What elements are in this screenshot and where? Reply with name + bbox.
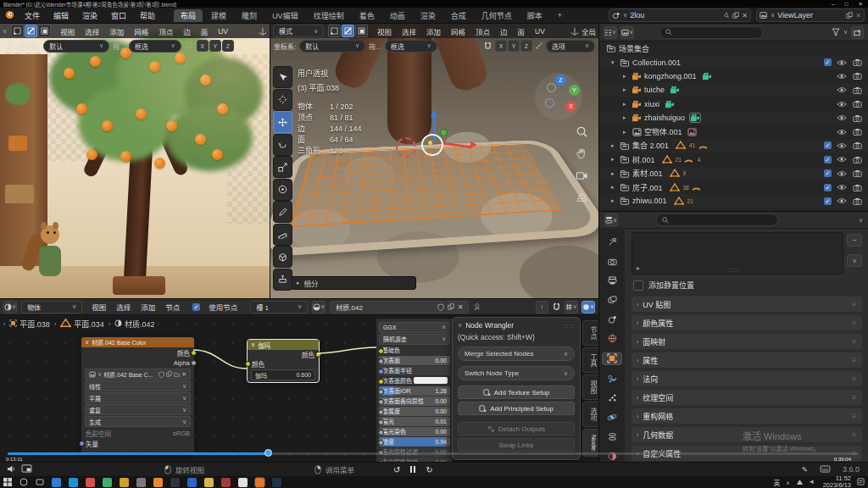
unlink-icon[interactable]: ✕ (181, 371, 186, 378)
disclosure-closed-icon[interactable]: ▸ (611, 197, 620, 204)
disclosure-closed-icon[interactable]: ▸ (611, 156, 620, 163)
pip-icon[interactable] (21, 464, 32, 474)
panel-颜色属性[interactable]: ›颜色属性≡ (632, 315, 862, 330)
workspace-tab-雕刻[interactable]: 雕刻 (235, 9, 264, 22)
interpolation-dropdown[interactable]: 线性∨ (85, 380, 191, 391)
outliner-row-root[interactable]: 场景集合 (599, 42, 868, 55)
axis-z[interactable]: Z (555, 75, 566, 86)
ime-indicator[interactable]: 英 (774, 478, 781, 487)
render-visibility-icon[interactable] (852, 141, 862, 149)
workspace-tab-动画[interactable]: 动画 (383, 9, 412, 22)
outliner-row[interactable]: ▾Collection.001✓ (599, 55, 868, 69)
copy-icon[interactable] (732, 12, 739, 19)
collapse-chevron-icon[interactable]: ∨ (458, 322, 462, 329)
tool-add-cube-button[interactable] (273, 246, 292, 268)
shapekey-list[interactable]: ▸ :::: (632, 232, 843, 274)
workspace-tab-布局[interactable]: 布局 (174, 9, 203, 22)
sidebar-tab-Node[interactable]: Node (582, 429, 598, 457)
orientation-icon[interactable] (259, 24, 267, 39)
notification-center-icon[interactable] (857, 478, 865, 487)
principled-row-各向异性过滤[interactable]: 各向异性过滤0.00 (379, 447, 450, 457)
node-canvas[interactable]: › 平面.038›平面.034›材质.042 ∨ 材质.042 Base Col… (0, 315, 598, 462)
folder-icon[interactable] (174, 371, 180, 377)
orientation-dropdown[interactable]: 默认 ∨ (43, 40, 109, 53)
disclosure-closed-icon[interactable]: ▸ (611, 142, 620, 149)
panel-UV 贴图[interactable]: ›UV 贴图≡ (632, 297, 862, 312)
axis-neg[interactable] (547, 83, 556, 92)
outliner-row[interactable]: ▸xiuxi (599, 97, 868, 111)
principled-bsdf-node[interactable]: GGX∨随机游走∨基础色次表面0.00次表面半径次表面颜色次表面IOR1.28次… (376, 319, 453, 462)
viewlayer-selector[interactable]: ∨ ViewLayer ✕ (756, 8, 865, 22)
mirror-y-button[interactable]: Y (209, 40, 221, 52)
menu-文件[interactable]: 文件 (18, 10, 47, 21)
outliner-display-mode[interactable]: ∨ (604, 26, 617, 39)
shader-menu-选择[interactable]: 选择 (111, 302, 136, 312)
checkbox-checked[interactable]: ✓ (824, 58, 832, 66)
editor-type-icon[interactable]: ∨ (3, 301, 17, 313)
go-parent-node-tree-icon[interactable]: ↑ (536, 301, 548, 313)
workspace-tab-着色[interactable]: 着色 (353, 9, 381, 22)
principled-row-金属度[interactable]: 金属度0.00 (379, 407, 450, 416)
edge-select-button[interactable] (342, 25, 354, 37)
source-dropdown[interactable]: 生成∨ (85, 416, 191, 427)
scene-selector[interactable]: ∨ 2lou ✕ (609, 8, 751, 22)
tool-rotate-button[interactable] (273, 134, 292, 156)
eye-visibility-icon[interactable] (837, 184, 847, 191)
disclosure-closed-icon[interactable]: ▸ (611, 184, 620, 191)
mode-dropdown[interactable]: 模式 ∨ (273, 25, 324, 37)
taskbar-app-icon[interactable] (238, 478, 248, 487)
tool-transform-button[interactable] (273, 179, 292, 201)
minimize-button[interactable]: – (832, 1, 835, 8)
vertex-select-button[interactable] (328, 25, 341, 37)
operator-panel[interactable]: ▸ 细分 (291, 276, 416, 290)
workspace-tab-合成[interactable]: 合成 (444, 9, 473, 22)
shader-menu-节点[interactable]: 节点 (160, 302, 185, 312)
switch-node-type-dropdown[interactable]: Switch Node Type∨ (458, 366, 575, 380)
fake-user-shield-icon[interactable] (437, 303, 444, 311)
breadcrumb-item[interactable]: 平面.034 (60, 319, 104, 330)
specials-menu-button[interactable]: ∨ (847, 254, 862, 267)
output-color[interactable]: 颜色 (81, 347, 194, 358)
taskbar-app-icon[interactable] (153, 478, 163, 487)
properties-search[interactable] (656, 214, 778, 226)
properties-tab-tool[interactable] (603, 236, 621, 248)
viewport-menu-视图[interactable]: 视图 (55, 26, 80, 36)
workspace-tab-渲染[interactable]: 渲染 (414, 9, 442, 22)
breadcrumb-item[interactable]: 材质.042 (114, 319, 155, 330)
panel-属性[interactable]: ›属性≡ (632, 352, 862, 368)
tool-cursor-button[interactable] (273, 89, 292, 111)
material-name-field[interactable]: 材质.042 ✕ (330, 301, 469, 313)
tool-move-button[interactable] (273, 111, 292, 133)
sidebar-tab-节点[interactable]: 节点 (582, 320, 598, 346)
menu-帮助[interactable]: 帮助 (133, 10, 162, 21)
grid-toggle-icon[interactable] (576, 191, 588, 208)
eye-visibility-icon[interactable] (837, 59, 847, 66)
checkbox-unchecked[interactable] (633, 280, 643, 291)
outliner-row[interactable]: ▸素材.0019✓ (599, 167, 868, 180)
disclosure-closed-icon[interactable]: ▸ (623, 101, 632, 108)
orientation-dropdown[interactable]: 默认 ∨ (299, 40, 365, 53)
checkbox-checked[interactable]: ✓ (824, 184, 832, 191)
disclosure-closed-icon[interactable]: ▸ (611, 170, 620, 177)
pause-icon[interactable] (410, 466, 415, 473)
eye-visibility-icon[interactable] (837, 129, 847, 136)
taskbar-app-icon[interactable] (204, 478, 214, 487)
viewport-camera[interactable]: ∨ 视图选择添加网格顶点边面UV 坐标系: 默认 ∨ 拖... 框选 ∨ (0, 24, 270, 298)
render-visibility-icon[interactable] (852, 100, 862, 108)
sidebar-tab-选项[interactable]: 选项 (582, 402, 598, 427)
blender-logo-icon[interactable] (5, 10, 14, 21)
rest-position-row[interactable]: 添加静置位置 (633, 280, 694, 291)
input-vector[interactable]: 矢量 (81, 438, 194, 448)
axis-x[interactable]: X (565, 101, 576, 112)
tool-scale-button[interactable] (273, 156, 292, 178)
socket[interactable] (379, 460, 384, 462)
panel-面映射[interactable]: ›面映射≡ (632, 334, 862, 349)
properties-tab-render[interactable] (603, 256, 621, 268)
properties-tab-output[interactable] (603, 275, 621, 287)
transform-gizmo[interactable] (389, 115, 491, 191)
vertex-select-button[interactable] (11, 25, 24, 37)
camera-view-icon[interactable] (576, 169, 588, 186)
viewport-menu-UV[interactable]: UV (530, 27, 550, 36)
colorspace-row[interactable]: 色彩空间sRGB (81, 428, 194, 438)
viewport-menu-添加[interactable]: 添加 (104, 26, 129, 36)
